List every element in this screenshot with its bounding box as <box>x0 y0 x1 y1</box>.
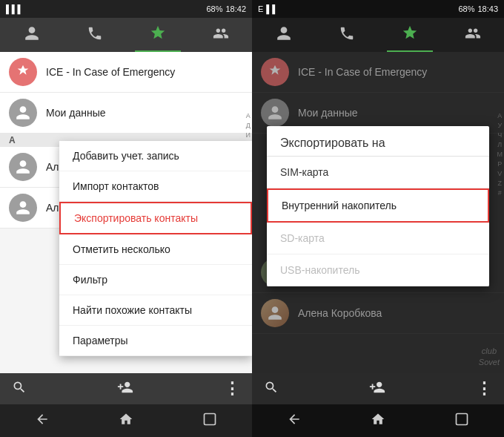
right-nav-bar <box>252 18 504 52</box>
export-dialog-title: Экспортировать на <box>267 126 489 157</box>
right-phone-panel: E ▌▌ 68% 18:43 ICE - In Case of Emergenc… <box>252 0 504 437</box>
right-tab-phone[interactable] <box>324 19 370 51</box>
left-back-button[interactable] <box>20 406 64 436</box>
menu-filter[interactable]: Фильтр <box>59 265 252 295</box>
menu-add-account[interactable]: Добавить учет. запись <box>59 141 252 171</box>
right-battery: 68% <box>458 4 474 13</box>
menu-select-multiple[interactable]: Отметить несколько <box>59 234 252 265</box>
left-contact-list: ICE - In Case of Emergency Мои данные A … <box>0 52 252 373</box>
left-dropdown-menu: Добавить учет. запись Импорт контактов Э… <box>59 141 252 356</box>
svg-rect-0 <box>205 413 216 424</box>
left-nav-bar <box>0 18 252 52</box>
right-tab-contacts[interactable] <box>261 19 307 51</box>
left-battery: 68% <box>206 4 222 13</box>
left-time: 18:42 <box>225 4 246 13</box>
export-option-internal[interactable]: Внутренний накопитель <box>267 188 489 223</box>
right-search-icon[interactable] <box>264 380 279 398</box>
export-option-sim[interactable]: SIM-карта <box>267 157 489 188</box>
left-more-icon[interactable]: ⋮ <box>224 379 240 398</box>
left-dropdown-overlay[interactable]: Добавить учет. запись Импорт контактов Э… <box>0 52 252 373</box>
right-back-button[interactable] <box>272 406 316 436</box>
right-bottom-toolbar: ⋮ <box>252 373 504 404</box>
right-tab-favorites[interactable] <box>387 19 433 52</box>
right-network: E <box>258 4 263 13</box>
svg-rect-1 <box>457 413 468 424</box>
left-tab-groups[interactable] <box>198 19 244 51</box>
left-tab-phone[interactable] <box>72 19 118 51</box>
right-time: 18:43 <box>477 4 498 13</box>
left-recent-button[interactable] <box>188 406 232 436</box>
left-tab-contacts[interactable] <box>9 19 55 51</box>
right-bottom-nav <box>252 404 504 437</box>
left-bottom-toolbar: ⋮ <box>0 373 252 404</box>
left-bottom-nav <box>0 404 252 437</box>
left-add-contact-icon[interactable] <box>117 379 133 398</box>
menu-export[interactable]: Экспортировать контакты <box>59 202 252 234</box>
right-home-button[interactable] <box>356 406 400 436</box>
left-tab-favorites[interactable] <box>135 19 181 52</box>
export-option-usb[interactable]: USB-накопитель <box>267 254 489 286</box>
right-add-contact-icon[interactable] <box>369 379 385 398</box>
right-more-icon[interactable]: ⋮ <box>476 379 492 398</box>
export-option-sd[interactable]: SD-карта <box>267 223 489 254</box>
right-tab-groups[interactable] <box>450 19 496 51</box>
menu-similar[interactable]: Найти похожие контакты <box>59 295 252 326</box>
right-signal: ▌▌ <box>266 4 278 13</box>
left-status-bar: ▌▌▌ 68% 18:42 <box>0 0 252 18</box>
menu-settings[interactable]: Параметры <box>59 326 252 356</box>
right-export-dialog: Экспортировать на SIM-карта Внутренний н… <box>267 126 489 286</box>
right-contact-list: ICE - In Case of Emergency Мои данные Ал… <box>252 52 504 373</box>
left-home-button[interactable] <box>104 406 148 436</box>
left-signal: ▌▌▌ <box>6 4 23 13</box>
menu-import[interactable]: Импорт контактов <box>59 171 252 202</box>
right-status-bar: E ▌▌ 68% 18:43 <box>252 0 504 18</box>
left-phone-panel: ▌▌▌ 68% 18:42 ICE - In Case of Emergency <box>0 0 252 437</box>
right-recent-button[interactable] <box>440 406 484 436</box>
left-search-icon[interactable] <box>12 380 27 398</box>
